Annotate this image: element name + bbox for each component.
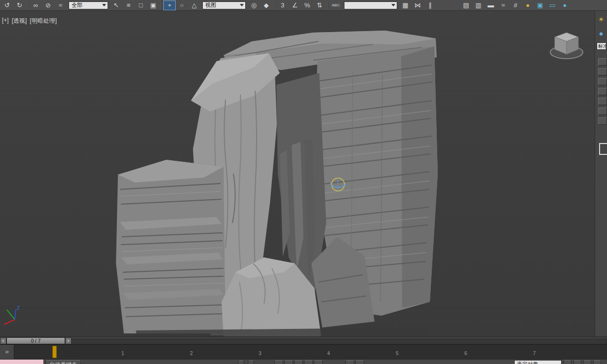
frame-tick: 6: [464, 351, 467, 356]
angle-snap-icon[interactable]: ∠: [289, 0, 301, 10]
object-type-button[interactable]: [598, 58, 607, 66]
time-slider-bar: < 0 / 7 >: [0, 336, 607, 344]
status-button[interactable]: [248, 360, 254, 364]
schematic-view-icon[interactable]: #: [509, 0, 522, 10]
select-object-icon[interactable]: ↖: [110, 0, 122, 10]
auto-key-button[interactable]: 自动关键点: [45, 360, 81, 364]
select-and-manipulate-icon[interactable]: ◆: [260, 0, 272, 10]
mirror-icon[interactable]: ⋈: [412, 0, 424, 10]
viewport-menu-button[interactable]: [+]: [2, 17, 9, 25]
play-button[interactable]: [294, 360, 303, 364]
go-to-start-button[interactable]: [274, 360, 283, 364]
layer-manager-icon[interactable]: ▥: [472, 0, 485, 10]
chevron-down-icon: [391, 4, 395, 6]
ribbon-toggle-icon[interactable]: ▬: [485, 0, 497, 10]
object-type-button[interactable]: [598, 68, 607, 75]
next-key-button[interactable]: [304, 360, 313, 364]
redo-icon[interactable]: ↻: [13, 0, 26, 10]
toolbar-separator: [327, 1, 328, 9]
rendered-frame-icon[interactable]: ▭: [546, 0, 559, 10]
previous-key-button[interactable]: [284, 360, 293, 364]
select-and-link-icon[interactable]: ∞: [30, 0, 42, 10]
toolbar-separator: [27, 1, 28, 9]
geosphere-icon[interactable]: ●: [596, 29, 607, 37]
maxscript-mini-listener[interactable]: [0, 360, 44, 364]
rollout-bracket: [599, 143, 607, 155]
main-toolbar: ↺ ↻ ∞ ⊘ ≈ 全部 ↖ ≡ □ ▣ + ○ △ 视图 ◎ ◆ 3 ∠ % …: [0, 0, 607, 11]
chevron-down-icon: [240, 4, 244, 6]
rock-left-slabs: [116, 160, 226, 333]
next-frame-button[interactable]: >: [65, 337, 72, 344]
frame-tick: 5: [396, 351, 399, 356]
keyboard-override-icon[interactable]: ABC: [330, 0, 342, 10]
frame-tick: 3: [259, 351, 262, 356]
object-type-button[interactable]: [598, 88, 607, 95]
coord-system-value: 视图: [205, 1, 237, 9]
window-crossing-icon[interactable]: ▣: [147, 0, 159, 10]
go-to-end-button[interactable]: [314, 360, 323, 364]
perspective-viewport[interactable]: [+] [透视] [明暗处理]: [0, 11, 595, 336]
command-panel: ☀ ● 标准: [595, 11, 607, 336]
bind-to-space-warp-icon[interactable]: ≈: [54, 0, 67, 10]
time-slider-track[interactable]: [0, 339, 607, 344]
frame-tick: 1: [121, 351, 124, 356]
previous-frame-button[interactable]: <: [0, 337, 6, 344]
snap-toggle-3d-icon[interactable]: 3: [276, 0, 289, 10]
edit-named-selection-sets-icon[interactable]: ▦: [399, 0, 412, 10]
mini-curve-editor-button[interactable]: ≈: [0, 345, 14, 359]
create-light-icon[interactable]: ☀: [596, 15, 607, 24]
reference-coordinate-system-dropdown[interactable]: 视图: [202, 1, 246, 9]
curve-editor-icon[interactable]: ≈: [497, 0, 509, 10]
object-type-button[interactable]: [598, 98, 607, 105]
viewport-shading-menu[interactable]: [明暗处理]: [30, 17, 57, 25]
undo-icon[interactable]: ↺: [1, 0, 13, 10]
align-icon[interactable]: ∥: [424, 0, 436, 10]
toolbar-separator: [161, 1, 162, 9]
scene-explorer-icon[interactable]: ▤: [460, 0, 472, 10]
status-button[interactable]: [583, 360, 591, 364]
render-setup-icon[interactable]: ▣: [534, 0, 546, 10]
status-button[interactable]: [564, 360, 571, 364]
selection-filter-value: 全部: [72, 1, 100, 9]
object-type-button[interactable]: [598, 117, 607, 125]
track-bar[interactable]: ≈ 1 2 3 4 5 6 7: [0, 344, 607, 359]
rock-formation-model[interactable]: [106, 26, 452, 336]
toolbar-separator: [274, 1, 275, 9]
unlink-selection-icon[interactable]: ⊘: [42, 0, 54, 10]
object-category-dropdown[interactable]: 标准: [597, 42, 607, 50]
frame-tick: 7: [533, 351, 536, 356]
selection-set-dropdown[interactable]: 选定对象: [514, 360, 562, 364]
axis-z-label: Z: [17, 305, 20, 311]
select-and-move-icon[interactable]: +: [163, 0, 176, 10]
time-slider-handle[interactable]: 0 / 7: [6, 337, 65, 344]
viewcube[interactable]: [549, 28, 584, 65]
named-selection-sets-dropdown[interactable]: [344, 1, 397, 9]
selection-filter-dropdown[interactable]: 全部: [69, 1, 108, 9]
viewport-view-menu[interactable]: [透视]: [12, 17, 27, 25]
selection-region-icon[interactable]: □: [135, 0, 147, 10]
select-and-scale-icon[interactable]: △: [188, 0, 200, 10]
status-button[interactable]: [238, 360, 244, 364]
status-button[interactable]: [573, 360, 581, 364]
percent-snap-icon[interactable]: %: [301, 0, 313, 10]
key-mode-button[interactable]: [345, 360, 354, 364]
render-production-icon[interactable]: ●: [559, 0, 571, 10]
object-type-button[interactable]: [598, 108, 607, 115]
world-axis-tripod: Z: [2, 305, 28, 330]
object-type-button[interactable]: [598, 78, 607, 85]
material-editor-icon[interactable]: ●: [522, 0, 534, 10]
select-by-name-icon[interactable]: ≡: [122, 0, 135, 10]
status-bar: 自动关键点 选定对象: [0, 359, 607, 364]
chevron-down-icon: [102, 4, 106, 6]
frame-tick: 4: [327, 351, 330, 356]
time-config-button[interactable]: [355, 360, 364, 364]
spinner-snap-icon[interactable]: ⇅: [313, 0, 326, 10]
frame-tick: 2: [190, 351, 193, 356]
use-center-icon[interactable]: ◎: [248, 0, 260, 10]
viewport-label: [+] [透视] [明暗处理]: [2, 17, 57, 25]
select-and-rotate-icon[interactable]: ○: [176, 0, 188, 10]
status-button[interactable]: [593, 360, 601, 364]
current-frame-marker[interactable]: [52, 346, 57, 358]
